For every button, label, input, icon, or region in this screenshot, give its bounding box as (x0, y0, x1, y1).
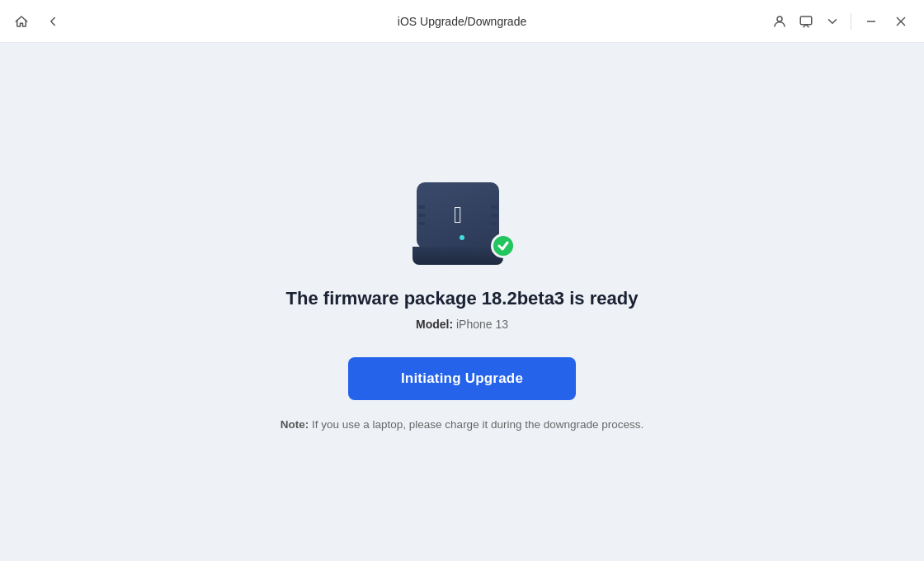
close-button[interactable] (888, 8, 914, 35)
firmware-icon:  (408, 174, 516, 265)
chevron-down-button[interactable] (821, 10, 844, 33)
window-title: iOS Upgrade/Downgrade (398, 15, 526, 28)
main-content:  The firmware package 18.2beta3 is read… (0, 43, 924, 561)
svg-point-0 (777, 16, 782, 21)
pin (491, 205, 497, 209)
model-label: Model: (416, 318, 453, 331)
led-dot (460, 235, 464, 240)
chip-body:  (417, 182, 499, 248)
titlebar-divider (851, 13, 851, 30)
model-value: iPhone 13 (456, 318, 508, 331)
titlebar-left (10, 10, 64, 33)
success-badge (491, 233, 516, 258)
svg-rect-1 (800, 16, 812, 25)
chip-pins-left (418, 205, 425, 225)
pin (491, 214, 497, 217)
pin (418, 205, 425, 209)
center-card:  The firmware package 18.2beta3 is read… (280, 174, 644, 431)
model-info: Model: iPhone 13 (416, 318, 508, 331)
initiating-upgrade-button[interactable]: Initiating Upgrade (348, 357, 576, 400)
chat-icon-button[interactable] (794, 10, 818, 33)
note-content: If you use a laptop, please charge it du… (312, 418, 644, 431)
pin (491, 222, 497, 225)
home-button[interactable] (10, 10, 33, 33)
titlebar: iOS Upgrade/Downgrade (0, 0, 924, 43)
firmware-ready-title: The firmware package 18.2beta3 is ready (286, 288, 639, 309)
apple-logo:  (454, 204, 462, 227)
note-label: Note: (280, 418, 309, 431)
titlebar-right (768, 8, 914, 35)
pin (418, 222, 425, 225)
note-section: Note: If you use a laptop, please charge… (280, 418, 644, 431)
back-button[interactable] (41, 10, 64, 33)
minimize-button[interactable] (858, 8, 884, 35)
chip-pins-right (491, 205, 497, 225)
user-icon-button[interactable] (768, 10, 791, 33)
chip-base (412, 247, 503, 265)
pin (418, 214, 425, 217)
